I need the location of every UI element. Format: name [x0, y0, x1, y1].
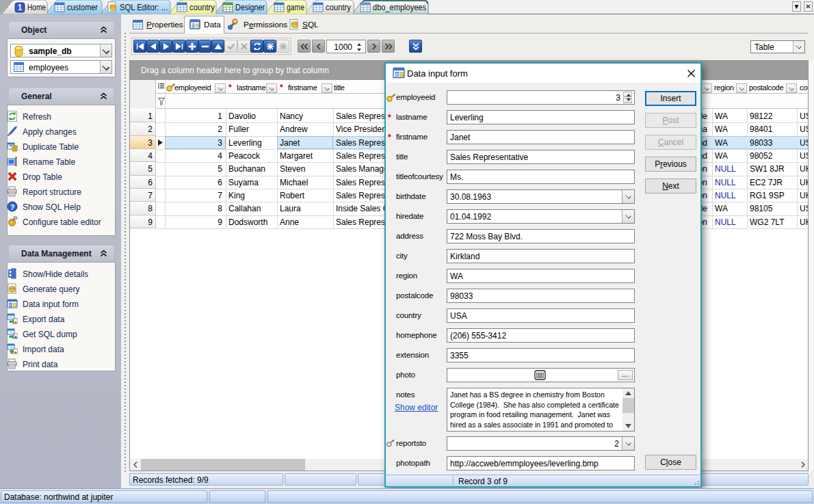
svg-text:Home: Home — [27, 3, 46, 12]
svg-text:?: ? — [10, 203, 15, 211]
svg-text:game: game — [287, 3, 304, 12]
svg-text:customer: customer — [67, 3, 98, 12]
svg-text:dbo_employees: dbo_employees — [373, 3, 426, 12]
svg-text:Designer: Designer — [235, 3, 265, 12]
svg-text:country: country — [189, 3, 215, 12]
svg-text:country: country — [326, 3, 351, 12]
svg-text:SQL Editor: ...: SQL Editor: ... — [120, 3, 168, 12]
svg-text:1: 1 — [18, 3, 23, 12]
